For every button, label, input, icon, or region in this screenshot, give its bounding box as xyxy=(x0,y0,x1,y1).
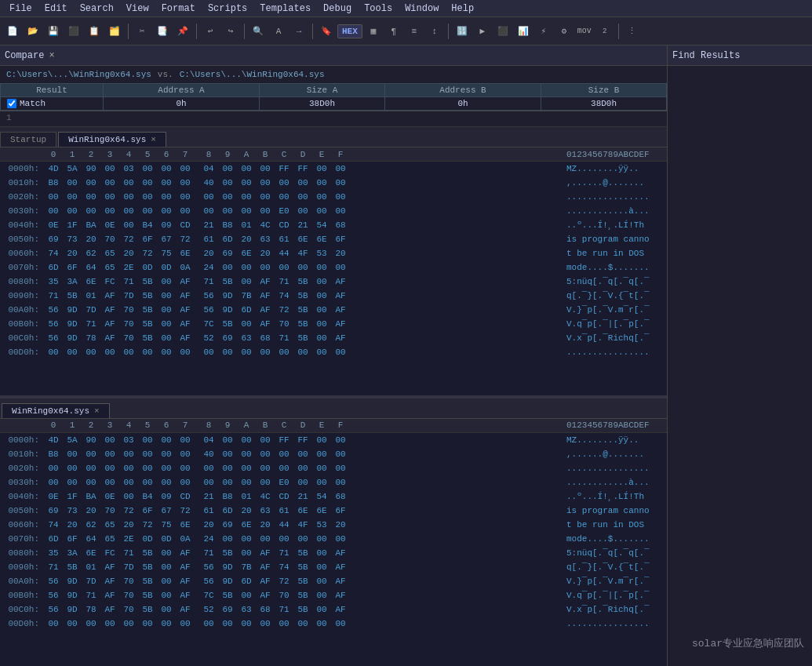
hex-byte[interactable]: 00 xyxy=(312,277,331,286)
hex-byte[interactable]: AF xyxy=(176,591,195,600)
hex-byte[interactable]: 5B xyxy=(218,277,237,286)
hex-byte[interactable]: 04 xyxy=(199,164,218,173)
hex-byte[interactable]: 0E xyxy=(100,220,119,230)
toolbar-btn14[interactable]: ⚙ xyxy=(555,22,573,41)
hex-row[interactable]: 0030h:000000000000000000000000E0000000..… xyxy=(0,204,667,218)
hex-byte[interactable]: 71 xyxy=(199,548,218,558)
hex-byte[interactable]: 71 xyxy=(199,277,218,286)
hex-byte[interactable]: 20 xyxy=(256,520,275,530)
hex-byte[interactable]: 00 xyxy=(312,591,331,600)
hex-byte[interactable]: 00 xyxy=(157,192,176,202)
hex-byte[interactable]: 00 xyxy=(331,348,350,357)
hex-byte[interactable]: 01 xyxy=(237,492,256,501)
hex-byte[interactable]: 00 xyxy=(157,333,176,343)
hex-byte[interactable]: 0E xyxy=(44,492,63,501)
hex-byte[interactable]: 00 xyxy=(256,435,275,445)
hex-byte[interactable]: 00 xyxy=(119,348,138,357)
hex-byte[interactable]: 00 xyxy=(275,534,293,544)
hex-byte[interactable]: 00 xyxy=(138,192,157,202)
hex-byte[interactable]: 21 xyxy=(293,220,312,230)
hex-byte[interactable]: 00 xyxy=(218,178,237,187)
hex-byte[interactable]: 00 xyxy=(218,449,237,459)
hex-byte[interactable]: 00 xyxy=(157,605,176,614)
hex-byte[interactable]: 00 xyxy=(312,164,331,173)
hex-byte[interactable]: 71 xyxy=(82,319,100,329)
hex-byte[interactable]: 5B xyxy=(218,591,237,600)
hex-byte[interactable]: 20 xyxy=(63,520,82,530)
hex-byte[interactable]: 4C xyxy=(256,220,275,230)
hex-byte[interactable]: 70 xyxy=(119,319,138,329)
hex-byte[interactable]: 74 xyxy=(44,520,63,530)
hex-byte[interactable]: 00 xyxy=(293,263,312,272)
hex-byte[interactable]: 0D xyxy=(138,263,157,272)
hex-byte[interactable]: 00 xyxy=(312,577,331,586)
toolbar-btn6[interactable]: → xyxy=(289,22,308,41)
hex-byte[interactable]: CD xyxy=(176,220,195,230)
hex-byte[interactable]: 00 xyxy=(63,619,82,628)
hex-byte[interactable]: 0A xyxy=(176,534,195,544)
hex-byte[interactable]: 5B xyxy=(293,548,312,558)
hex-byte[interactable]: 00 xyxy=(176,478,195,487)
hex-byte[interactable]: 00 xyxy=(218,619,237,628)
hex-byte[interactable]: 7D xyxy=(119,562,138,572)
hex-byte[interactable]: 00 xyxy=(312,263,331,272)
hex-byte[interactable]: 00 xyxy=(312,548,331,558)
hex-byte[interactable]: AF xyxy=(100,305,119,315)
hex-byte[interactable]: 00 xyxy=(256,164,275,173)
hex-byte[interactable]: 0D xyxy=(157,534,176,544)
hex-byte[interactable]: AF xyxy=(331,277,350,286)
hex-byte[interactable]: 00 xyxy=(256,464,275,473)
hex-byte[interactable]: AF xyxy=(331,333,350,343)
hex-byte[interactable]: 00 xyxy=(82,348,100,357)
hex-byte[interactable]: 5B xyxy=(293,277,312,286)
menu-scripts[interactable]: Scripts xyxy=(202,2,253,16)
hex-byte[interactable]: 00 xyxy=(63,206,82,216)
hex-row[interactable]: 00A0h:569D7DAF705B00AF569D6DAF725B00AFV.… xyxy=(0,574,667,588)
hex-byte[interactable]: 00 xyxy=(199,348,218,357)
hex-byte[interactable]: 20 xyxy=(199,249,218,258)
hex-byte[interactable]: 00 xyxy=(176,348,195,357)
hex-byte[interactable]: 00 xyxy=(293,478,312,487)
hex-byte[interactable]: 74 xyxy=(275,562,293,572)
hex-byte[interactable]: 00 xyxy=(100,449,119,459)
hex-byte[interactable]: 00 xyxy=(331,534,350,544)
hex-byte[interactable]: 01 xyxy=(237,220,256,230)
hex-byte[interactable]: 44 xyxy=(275,249,293,258)
toolbar-btn11[interactable]: ▶ xyxy=(473,22,492,41)
hex-byte[interactable]: 00 xyxy=(157,348,176,357)
compare-close[interactable]: × xyxy=(49,50,54,61)
hex-byte[interactable]: 00 xyxy=(157,164,176,173)
hex-byte[interactable]: 73 xyxy=(63,506,82,515)
hex-byte[interactable]: CD xyxy=(176,492,195,501)
hex-byte[interactable]: 90 xyxy=(82,435,100,445)
hex-byte[interactable]: 5B xyxy=(293,319,312,329)
hex-byte[interactable]: 00 xyxy=(275,263,293,272)
hex-byte[interactable]: 00 xyxy=(312,206,331,216)
hex-byte[interactable]: 00 xyxy=(119,220,138,230)
hex-byte[interactable]: 6F xyxy=(63,263,82,272)
hex-byte[interactable]: 00 xyxy=(312,449,331,459)
hex-byte[interactable]: 00 xyxy=(237,319,256,329)
hex-byte[interactable]: 00 xyxy=(331,464,350,473)
hex-byte[interactable]: 56 xyxy=(44,605,63,614)
hex-byte[interactable]: 5A xyxy=(63,435,82,445)
hex-byte[interactable]: 6D xyxy=(237,305,256,315)
hex-byte[interactable]: 6F xyxy=(331,235,350,244)
hex-byte[interactable]: 00 xyxy=(100,464,119,473)
hex-byte[interactable]: 72 xyxy=(176,506,195,515)
hex-byte[interactable]: 00 xyxy=(237,348,256,357)
hex-byte[interactable]: 54 xyxy=(312,220,331,230)
hex-row[interactable]: 0080h:353A6EFC715B00AF715B00AF715B00AF5:… xyxy=(0,546,667,560)
hex-byte[interactable]: 00 xyxy=(218,478,237,487)
hex-byte[interactable]: 00 xyxy=(293,464,312,473)
hex-byte[interactable]: 00 xyxy=(157,577,176,586)
hex-byte[interactable]: 09 xyxy=(157,492,176,501)
toolbar-btn7[interactable]: ▦ xyxy=(364,22,383,41)
hex-byte[interactable]: 00 xyxy=(157,291,176,300)
hex-byte[interactable]: 9D xyxy=(63,305,82,315)
hex-byte[interactable]: 2E xyxy=(119,534,138,544)
hex-byte[interactable]: 00 xyxy=(100,178,119,187)
hex-byte[interactable]: 40 xyxy=(199,449,218,459)
toolbar-bookmark[interactable]: 🔖 xyxy=(317,22,336,41)
hex-byte[interactable]: AF xyxy=(100,605,119,614)
